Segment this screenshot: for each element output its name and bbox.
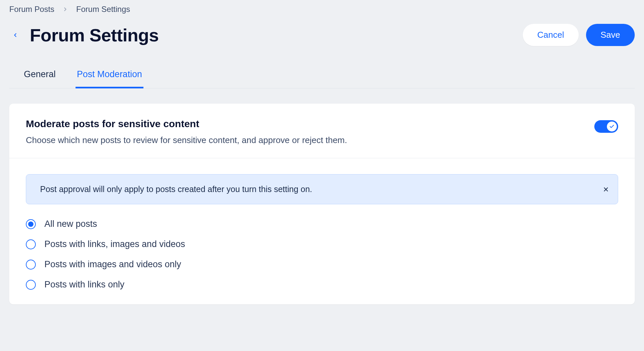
radio-icon (26, 219, 36, 229)
radio-icon (26, 239, 36, 249)
tab-general[interactable]: General (23, 69, 57, 88)
option-all-new-posts[interactable]: All new posts (26, 219, 618, 229)
moderation-title: Moderate posts for sensitive content (26, 118, 347, 129)
option-links-images-videos[interactable]: Posts with links, images and videos (26, 239, 618, 249)
tab-post-moderation[interactable]: Post Moderation (76, 69, 143, 88)
breadcrumb: Forum Posts Forum Settings (9, 5, 635, 14)
tabs: General Post Moderation (9, 69, 635, 88)
option-links-only[interactable]: Posts with links only (26, 279, 618, 290)
option-label: Posts with images and videos only (44, 259, 181, 270)
save-button[interactable]: Save (586, 24, 635, 46)
cancel-button[interactable]: Cancel (523, 24, 579, 46)
breadcrumb-item-forum-posts[interactable]: Forum Posts (9, 5, 54, 14)
option-label: Posts with links only (44, 279, 125, 290)
moderation-toggle[interactable] (594, 120, 618, 133)
radio-icon (26, 280, 36, 290)
moderation-options: All new posts Posts with links, images a… (26, 219, 618, 290)
option-label: All new posts (44, 219, 97, 229)
check-icon (607, 122, 617, 131)
page-title: Forum Settings (30, 25, 159, 45)
option-label: Posts with links, images and videos (44, 239, 185, 249)
option-images-videos-only[interactable]: Posts with images and videos only (26, 259, 618, 270)
moderation-card: Moderate posts for sensitive content Cho… (9, 104, 635, 304)
moderation-description: Choose which new posts to review for sen… (26, 134, 347, 146)
info-alert: Post approval will only apply to posts c… (26, 174, 618, 204)
close-icon[interactable] (601, 185, 611, 194)
chevron-right-icon (62, 6, 68, 12)
radio-icon (26, 260, 36, 270)
breadcrumb-item-forum-settings: Forum Settings (76, 5, 130, 14)
info-alert-text: Post approval will only apply to posts c… (40, 184, 312, 194)
back-button[interactable] (9, 29, 21, 41)
